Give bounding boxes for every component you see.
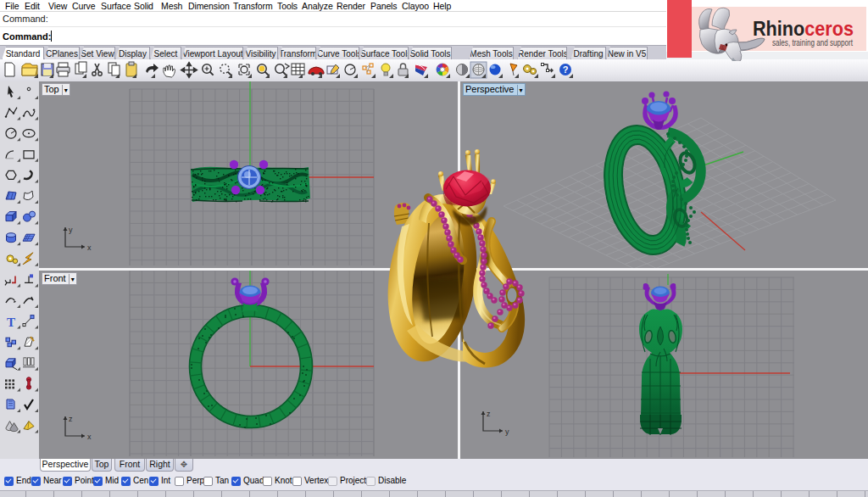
svg-text:z: z <box>487 410 491 418</box>
svg-text:x: x <box>87 433 92 441</box>
svg-text:T: T <box>7 316 15 329</box>
svg-text:?: ? <box>563 64 569 75</box>
svg-text:x: x <box>87 243 92 252</box>
svg-text:y: y <box>69 226 73 234</box>
svg-text:z: z <box>69 415 73 423</box>
svg-text:Rhinoceros: Rhinoceros <box>753 17 854 40</box>
svg-text:y: y <box>505 427 509 436</box>
svg-text:sales, training and support: sales, training and support <box>772 38 853 47</box>
